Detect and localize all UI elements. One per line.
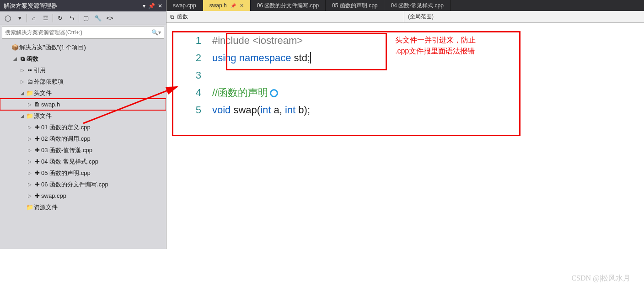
line-number: 4 — [180, 84, 212, 101]
solution-tree: 📦解决方案"函数"(1 个项目) ◢⧉函数 ▷▪▪引用 ▷🗂外部依赖项 ◢📁头文… — [0, 40, 166, 249]
close-icon[interactable]: ✕ — [240, 3, 244, 9]
sync-icon[interactable]: ☲ — [41, 13, 51, 23]
dropdown-icon[interactable]: ▾ — [143, 3, 145, 9]
line-number: 5 — [180, 101, 212, 119]
tab-05[interactable]: 05 函数的声明.cpp — [326, 0, 384, 11]
loading-icon — [270, 89, 278, 97]
annotation-text: 头文件一并引进来，防止 .cpp文件报里面语法报错 — [395, 35, 476, 57]
watermark: CSDN @|松风水月 — [571, 274, 630, 283]
tree-source-item[interactable]: ▷✚swap.cpp — [0, 190, 166, 201]
tree-external[interactable]: ▷🗂外部依赖项 — [0, 76, 166, 87]
tab-swap-cpp[interactable]: swap.cpp — [166, 0, 203, 11]
line-number: 1 — [180, 32, 212, 49]
line-number: 3 — [180, 67, 212, 84]
close-icon[interactable]: ✕ — [158, 3, 162, 9]
tree-resources-folder[interactable]: 📁资源文件 — [0, 201, 166, 213]
editor-area: swap.cpp swap.h📌✕ 06 函数的分文件编写.cpp 05 函数的… — [166, 0, 644, 249]
solution-explorer-title: 解决方案资源管理器 — [4, 2, 143, 10]
solution-search[interactable]: 🔍 ▾ — [2, 26, 164, 39]
tree-source-item[interactable]: ▷✚06 函数的分文件编写.cpp — [0, 179, 166, 190]
show-all-icon[interactable]: ▢ — [81, 13, 91, 23]
search-input[interactable] — [5, 29, 151, 36]
tree-header-swap-h[interactable]: ▷🗎swap.h — [0, 99, 166, 110]
tab-04[interactable]: 04 函数-常见样式.cpp — [384, 0, 450, 11]
tree-source-item[interactable]: ▷✚04 函数-常见样式.cpp — [0, 156, 166, 167]
tree-project[interactable]: ◢⧉函数 — [0, 53, 166, 64]
solution-explorer-titlebar: 解决方案资源管理器 ▾ 📌 ✕ — [0, 0, 166, 11]
solution-explorer: 解决方案资源管理器 ▾ 📌 ✕ ◯ ▾ ⌂ ☲ ↻ ⇆ ▢ 🔧 <> 🔍 ▾ 📦… — [0, 0, 166, 249]
code-editor[interactable]: 1#include <iostream> 2using namespace st… — [166, 23, 644, 249]
tree-source-item[interactable]: ▷✚01 函数的定义.cpp — [0, 122, 166, 133]
solution-toolbar: ◯ ▾ ⌂ ☲ ↻ ⇆ ▢ 🔧 <> — [0, 11, 166, 25]
home-icon[interactable]: ⌂ — [29, 13, 39, 23]
line-number: 2 — [180, 49, 212, 67]
separator — [53, 14, 53, 22]
refresh-icon[interactable]: ↻ — [55, 13, 65, 23]
code-icon[interactable]: <> — [105, 13, 115, 23]
tab-swap-h[interactable]: swap.h📌✕ — [203, 0, 251, 11]
tree-source-item[interactable]: ▷✚05 函数的声明.cpp — [0, 167, 166, 179]
context-scope-dropdown[interactable]: (全局范围) — [404, 11, 644, 22]
tree-references[interactable]: ▷▪▪引用 — [0, 64, 166, 76]
tree-solution-root[interactable]: 📦解决方案"函数"(1 个项目) — [0, 42, 166, 53]
search-dropdown-icon[interactable]: ▾ — [158, 29, 161, 36]
tab-06[interactable]: 06 函数的分文件编写.cpp — [251, 0, 326, 11]
tree-headers-folder[interactable]: ◢📁头文件 — [0, 87, 166, 99]
tree-source-item[interactable]: ▷✚03 函数-值传递.cpp — [0, 144, 166, 156]
forward-icon[interactable]: ▾ — [15, 13, 25, 23]
editor-tabstrip: swap.cpp swap.h📌✕ 06 函数的分文件编写.cpp 05 函数的… — [166, 0, 644, 11]
pin-icon[interactable]: 📌 — [148, 3, 155, 9]
separator — [27, 14, 27, 22]
tree-sources-folder[interactable]: ◢📁源文件 — [0, 110, 166, 122]
separator — [79, 14, 79, 22]
collapse-icon[interactable]: ⇆ — [67, 13, 77, 23]
context-bar: ⧉函数 (全局范围) — [166, 11, 644, 23]
tree-source-item[interactable]: ▷✚02 函数的调用.cpp — [0, 133, 166, 144]
back-icon[interactable]: ◯ — [3, 13, 13, 23]
annotation-box-include — [226, 33, 387, 70]
properties-icon[interactable]: 🔧 — [93, 13, 103, 23]
context-project-dropdown[interactable]: ⧉函数 — [166, 11, 404, 22]
pin-icon[interactable]: 📌 — [231, 3, 236, 8]
search-icon[interactable]: 🔍 — [151, 29, 158, 36]
